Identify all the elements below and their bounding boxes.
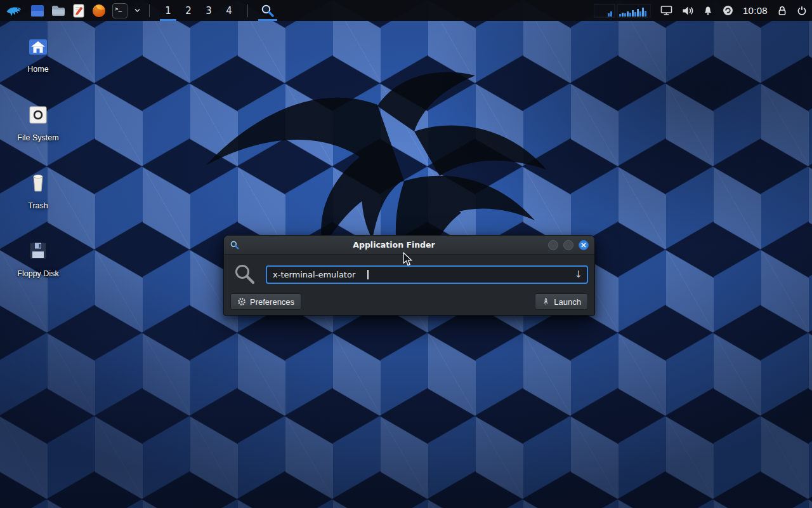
magnifier-task-icon — [260, 3, 275, 18]
preferences-label: Preferences — [250, 297, 294, 307]
workspace-2-label: 2 — [185, 5, 192, 17]
launcher-file-manager[interactable] — [51, 0, 66, 21]
applications-menu-button[interactable] — [3, 0, 24, 21]
panel-left: >_ 1 2 3 4 — [0, 0, 279, 21]
floppy-icon — [27, 240, 49, 262]
maximize-button[interactable] — [563, 240, 573, 250]
panel-separator — [149, 4, 150, 17]
notifications-tray[interactable] — [703, 0, 713, 21]
desktop-icon-label: Trash — [28, 201, 48, 210]
screen-lock-tray[interactable] — [777, 0, 787, 21]
workspace-3[interactable]: 3 — [199, 0, 219, 21]
desktop-icon-floppy-disk[interactable]: Floppy Disk — [11, 240, 65, 278]
close-icon — [581, 243, 586, 248]
workspace-3-label: 3 — [206, 5, 212, 17]
kali-logo-icon — [5, 2, 22, 19]
entry-dropdown-arrow[interactable]: ↓ — [574, 270, 582, 279]
application-finder-window: Application Finder ↓ — [223, 235, 595, 316]
launch-label: Launch — [554, 297, 581, 307]
workspace-1[interactable]: 1 — [158, 0, 178, 21]
update-icon — [723, 5, 733, 16]
terminal-glyph: >_ — [115, 6, 122, 12]
preferences-button[interactable]: Preferences — [230, 293, 301, 310]
workspace-switcher: 1 2 3 4 — [158, 0, 239, 21]
cpu-graph-widget[interactable] — [594, 0, 651, 21]
text-caret — [367, 270, 369, 279]
window-magnifier-icon — [230, 240, 240, 250]
desktop-icon-label: File System — [17, 133, 58, 142]
gear-icon — [237, 297, 246, 306]
search-input[interactable] — [267, 267, 587, 283]
launcher-firefox[interactable] — [91, 0, 107, 21]
panel-right: 10:08 — [594, 0, 812, 21]
folder-icon — [51, 3, 66, 18]
desktop-icon-label: Home — [27, 65, 48, 74]
launcher-text-editor[interactable] — [72, 0, 86, 21]
tasklist-application-finder[interactable] — [256, 0, 279, 21]
trash-icon — [27, 172, 49, 194]
home-folder-icon — [27, 37, 49, 57]
notepad-pencil-icon — [72, 3, 86, 18]
launcher-terminal[interactable]: >_ — [112, 0, 128, 21]
launch-rocket-icon — [542, 297, 550, 306]
drive-icon — [27, 104, 49, 126]
desktop-icon-home[interactable]: Home — [11, 37, 65, 74]
power-icon — [797, 6, 807, 16]
updates-tray[interactable] — [723, 0, 733, 21]
volume-tray[interactable] — [682, 0, 693, 21]
panel-separator — [247, 4, 248, 17]
lock-icon — [777, 5, 787, 16]
desktop-icon-trash[interactable]: Trash — [11, 172, 65, 210]
search-icon — [233, 263, 256, 286]
window-title: Application Finder — [245, 240, 543, 250]
blue-files-icon — [30, 3, 45, 18]
bell-icon — [703, 6, 713, 16]
workspace-1-label: 1 — [165, 5, 171, 17]
firefox-icon — [91, 3, 107, 18]
workspace-2[interactable]: 2 — [178, 0, 199, 21]
terminal-dropdown-chevron[interactable] — [133, 0, 141, 21]
clock-widget[interactable]: 10:08 — [743, 0, 768, 21]
minimize-button[interactable] — [548, 240, 558, 250]
terminal-icon: >_ — [112, 3, 128, 18]
launch-button[interactable]: Launch — [535, 293, 588, 310]
desktop-screen: >_ 1 2 3 4 — [0, 0, 812, 508]
window-body: ↓ Preferences Launch — [224, 255, 594, 316]
display-settings-tray[interactable] — [660, 0, 672, 21]
workspace-4-label: 4 — [226, 5, 232, 17]
desktop-icon-label: Floppy Disk — [17, 269, 58, 278]
top-panel: >_ 1 2 3 4 — [0, 0, 812, 21]
clock-text: 10:08 — [743, 5, 768, 16]
titlebar[interactable]: Application Finder — [224, 236, 594, 255]
logout-tray[interactable] — [797, 0, 807, 21]
display-icon — [660, 5, 672, 16]
launcher-files[interactable] — [30, 0, 45, 21]
close-button[interactable] — [579, 240, 589, 250]
search-entry: ↓ — [266, 265, 588, 284]
desktop-icon-file-system[interactable]: File System — [11, 104, 65, 142]
cpu-graph-icon — [594, 4, 651, 18]
volume-icon — [682, 6, 693, 16]
workspace-4[interactable]: 4 — [219, 0, 239, 21]
chevron-down-icon — [134, 8, 140, 13]
